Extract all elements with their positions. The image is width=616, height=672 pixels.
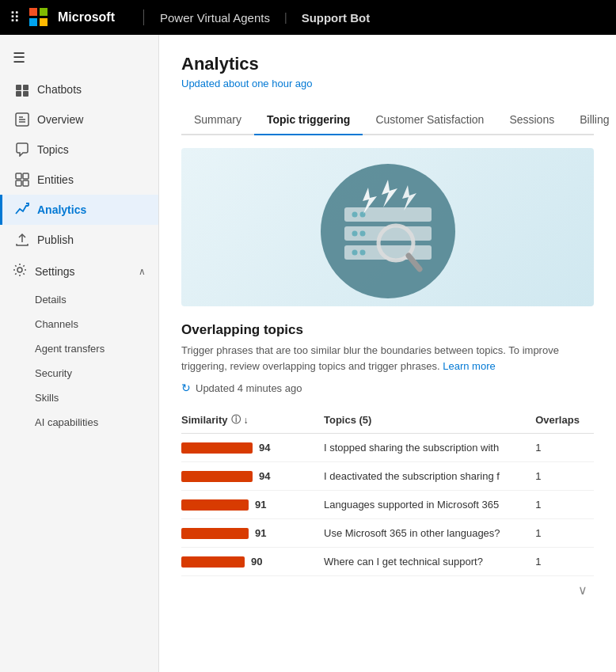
learn-more-link[interactable]: Learn more — [443, 360, 495, 372]
svg-rect-8 — [16, 173, 21, 179]
cell-bar-0: 94 — [181, 434, 324, 462]
cell-overlaps-3: 1 — [535, 519, 594, 548]
sidebar-item-analytics[interactable]: Analytics — [0, 195, 158, 225]
sidebar-item-channels[interactable]: Channels — [35, 312, 158, 336]
cell-bar-2: 91 — [181, 491, 324, 519]
table-row[interactable]: 94 I stopped sharing the subscription wi… — [181, 434, 594, 462]
settings-icon — [13, 263, 27, 279]
col-overlaps: Overlaps — [535, 407, 594, 434]
sidebar-item-skills[interactable]: Skills — [35, 385, 158, 410]
tab-summary[interactable]: Summary — [181, 105, 254, 135]
analytics-label: Analytics — [37, 203, 86, 216]
security-label: Security — [35, 367, 72, 379]
svg-point-12 — [17, 268, 22, 272]
cell-topic-2[interactable]: Languages supported in Microsoft 365 — [324, 491, 535, 519]
sidebar-item-security[interactable]: Security — [35, 361, 158, 385]
topbar: ⠿ Microsoft Power Virtual Agents | Suppo… — [0, 0, 616, 35]
topics-icon — [15, 142, 29, 157]
cell-bar-4: 90 — [181, 548, 324, 576]
settings-chevron-icon: ∧ — [139, 266, 146, 277]
topics-label: Topics — [37, 143, 69, 156]
sidebar-item-agent-transfers[interactable]: Agent transfers — [35, 336, 158, 361]
refresh-label: Updated 4 minutes ago — [196, 382, 302, 394]
score-2: 91 — [255, 499, 274, 511]
hamburger-button[interactable]: ☰ — [0, 41, 158, 74]
similarity-bar-1 — [181, 471, 253, 482]
sidebar-item-overview[interactable]: Overview — [0, 104, 158, 135]
topic-illustration — [181, 148, 594, 306]
svg-rect-2 — [16, 91, 21, 97]
sidebar-item-ai-capabilities[interactable]: AI capabilities — [35, 410, 158, 435]
tab-sessions[interactable]: Sessions — [496, 105, 567, 135]
similarity-info-icon[interactable]: ⓘ — [231, 413, 241, 427]
section-title: Overlapping topics — [181, 322, 594, 338]
publish-icon — [15, 233, 29, 247]
col-topics: Topics (5) — [324, 407, 535, 434]
col-similarity: Similarity ⓘ ↓ — [181, 407, 324, 434]
overlapping-topics-table: Similarity ⓘ ↓ Topics (5) Overlaps — [181, 407, 594, 576]
tab-topic-triggering[interactable]: Topic triggering — [254, 105, 363, 135]
score-1: 94 — [259, 470, 278, 482]
similarity-sort-icon[interactable]: ↓ — [244, 415, 249, 426]
scroll-down-area: ∨ — [181, 576, 594, 604]
sidebar-item-settings[interactable]: Settings ∧ — [0, 255, 158, 287]
chatbots-icon — [15, 82, 29, 97]
cell-overlaps-0: 1 — [535, 434, 594, 462]
details-label: Details — [35, 294, 67, 306]
svg-rect-10 — [16, 180, 21, 186]
agent-transfers-label: Agent transfers — [35, 343, 105, 355]
ms-logo — [29, 8, 48, 27]
cell-topic-0[interactable]: I stopped sharing the subscription with — [324, 434, 535, 462]
tab-customer-satisfaction[interactable]: Customer Satisfaction — [363, 105, 496, 135]
svg-rect-3 — [23, 91, 29, 97]
cell-overlaps-4: 1 — [535, 548, 594, 576]
sidebar-item-chatbots[interactable]: Chatbots — [0, 74, 158, 104]
score-0: 94 — [259, 442, 278, 454]
cell-topic-3[interactable]: Use Microsoft 365 in other languages? — [324, 519, 535, 548]
entities-icon — [15, 173, 29, 187]
svg-rect-9 — [23, 173, 29, 179]
refresh-icon: ↻ — [181, 382, 191, 394]
pipe-divider: | — [284, 11, 287, 24]
cell-topic-1[interactable]: I deactivated the subscription sharing f — [324, 462, 535, 491]
settings-submenu: Details Channels Agent transfers Securit… — [0, 287, 158, 435]
sidebar-item-details[interactable]: Details — [35, 287, 158, 312]
bot-label: Support Bot — [302, 11, 371, 25]
chatbots-label: Chatbots — [37, 83, 82, 96]
sidebar-item-topics[interactable]: Topics — [0, 135, 158, 165]
svg-point-22 — [359, 250, 365, 256]
topbar-divider — [143, 9, 144, 25]
svg-point-20 — [359, 231, 365, 237]
scroll-down-icon: ∨ — [572, 576, 594, 604]
section-description: Trigger phrases that are too similar blu… — [181, 343, 594, 374]
table-row[interactable]: 91 Languages supported in Microsoft 365 … — [181, 491, 594, 519]
analytics-tabs: Summary Topic triggering Customer Satisf… — [181, 105, 594, 135]
sidebar-item-entities[interactable]: Entities — [0, 165, 158, 195]
tab-billing[interactable]: Billing — [567, 105, 616, 135]
publish-label: Publish — [37, 233, 74, 246]
channels-label: Channels — [35, 318, 78, 330]
ms-label: Microsoft — [58, 10, 115, 25]
cell-topic-4[interactable]: Where can I get technical support? — [324, 548, 535, 576]
grid-icon[interactable]: ⠿ — [10, 9, 20, 26]
sidebar-item-publish[interactable]: Publish — [0, 225, 158, 255]
score-4: 90 — [251, 556, 270, 568]
table-row[interactable]: 91 Use Microsoft 365 in other languages?… — [181, 519, 594, 548]
ai-capabilities-label: AI capabilities — [35, 416, 98, 428]
entities-label: Entities — [37, 173, 74, 186]
skills-label: Skills — [35, 392, 59, 404]
app-label: Power Virtual Agents — [160, 11, 270, 25]
sidebar: ☰ Chatbots Overview Topics Entities — [0, 35, 159, 672]
page-title: Analytics — [181, 54, 594, 74]
score-3: 91 — [255, 527, 274, 539]
similarity-bar-4 — [181, 556, 245, 568]
table-row[interactable]: 94 I deactivated the subscription sharin… — [181, 462, 594, 491]
svg-point-17 — [352, 212, 357, 218]
cell-bar-3: 91 — [181, 519, 324, 548]
table-row[interactable]: 90 Where can I get technical support? 1 — [181, 548, 594, 576]
svg-rect-0 — [16, 85, 21, 90]
main-content: Analytics Updated about one hour ago Sum… — [159, 35, 616, 672]
updated-text: Updated about one hour ago — [181, 78, 594, 89]
svg-rect-1 — [23, 85, 29, 90]
illustration-svg — [285, 152, 491, 302]
